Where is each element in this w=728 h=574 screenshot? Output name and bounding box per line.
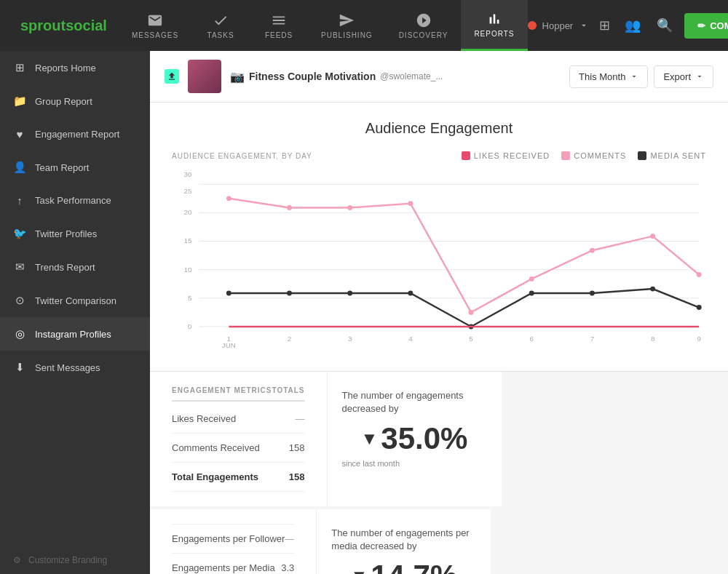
sidebar-item-instagram[interactable]: ◎ Instagram Profiles [0,317,150,351]
svg-text:9: 9 [697,335,700,343]
upload-icon [165,69,179,84]
arrow-up-icon: ↑ [13,194,26,207]
likes-legend-label: LIKES RECEIVED [474,151,550,160]
likes-legend-dot [462,151,470,160]
sidebar-item-team-report[interactable]: 👤 Team Report [0,151,150,184]
nav-reports-label: REPORTS [474,30,514,38]
likes-label: Likes Received [172,413,236,424]
metrics-col1-header: ENGAGEMENT METRICS [172,386,272,394]
profile-handle-text: @swolemate_... [380,71,443,81]
sidebar-item-group-report[interactable]: 📁 Group Report [0,84,150,118]
chart-legend: LIKES RECEIVED COMMENTS MEDIA SENT [462,151,706,160]
stat2-arrow: ▼ [350,566,368,574]
folder-icon: 📁 [13,95,26,108]
stat2-desc: The number of engagements per media decr… [331,527,476,553]
content-area: 📷 Fitness Couple Motivation @swolemate_.… [150,51,728,574]
heart-icon: ♥ [13,128,26,140]
comments-label: Comments Received [172,442,260,453]
svg-text:5: 5 [469,335,473,343]
svg-text:2: 2 [288,335,291,343]
svg-point-32 [226,291,232,296]
media-legend-dot [638,151,646,160]
grid-icon: ⊞ [13,61,26,74]
svg-text:30: 30 [184,170,192,178]
sidebar-item-twitter-comparison[interactable]: ⊙ Twitter Comparison [0,284,150,317]
stat1-arrow: ▼ [361,428,379,449]
nav-feeds-label: FEEDS [265,31,293,39]
svg-text:0: 0 [188,322,192,330]
nav-discovery[interactable]: DISCOVERY [386,0,462,51]
sidebar-item-engagement[interactable]: ♥ Engagement Report [0,118,150,151]
chart-title: Audience Engagement [172,120,706,137]
metrics-table-2: Engagements per Follower — Engagements p… [172,524,294,574]
stat2-value: ▼ 14.7% [331,559,476,574]
compose-label: COMPOSE [710,20,728,31]
metrics-row-total: Total Engagements 158 [172,463,305,492]
chart-by-day-label: AUDIENCE ENGAGEMENT, BY DAY [172,152,312,160]
nav-discovery-label: DISCOVERY [399,31,448,39]
svg-point-30 [650,234,655,239]
metrics-row-engfollow: Engagements per Follower — [172,524,294,554]
metrics-row-engmedia: Engagements per Media 3.3 [172,554,294,574]
nav-messages[interactable]: MESSAGES [119,0,191,51]
svg-point-40 [697,305,702,310]
sidebar-item-reports-home[interactable]: ⊞ Reports Home [0,51,150,84]
nav-publishing[interactable]: PUBLISHING [308,0,386,51]
engfollow-label: Engagements per Follower [172,533,285,544]
instagram-icon: ◎ [13,327,26,340]
svg-text:5: 5 [188,294,192,302]
svg-point-26 [408,201,413,206]
inbox-icon: ⬇ [13,361,26,374]
top-right: Hopper ⊞ 👥 🔍 ✏ COMPOSE [528,12,728,39]
sidebar-twitter-comparison-label: Twitter Comparison [35,295,116,306]
sidebar-item-twitter-profiles[interactable]: 🐦 Twitter Profiles [0,217,150,250]
nav-reports[interactable]: REPORTS [461,0,527,51]
metrics-col2-header: TOTALS [272,386,304,394]
engfollow-value: — [285,533,294,544]
svg-text:15: 15 [184,236,192,244]
grid-icon-btn[interactable]: ⊞ [595,13,614,38]
main-layout: ⊞ Reports Home 📁 Group Report ♥ Engageme… [0,51,728,574]
export-label: Export [663,71,691,82]
user-name: Hopper [542,20,574,31]
svg-point-35 [408,291,413,296]
svg-point-34 [347,291,352,296]
metrics-section-1: ENGAGEMENT METRICS TOTALS Likes Received… [150,372,327,506]
customize-branding-label: Customize Branding [28,555,107,565]
svg-text:7: 7 [590,335,594,343]
main-nav: MESSAGES TASKS FEEDS PUBLISHING DISCOVER… [119,0,528,51]
metrics-row-1: ENGAGEMENT METRICS TOTALS Likes Received… [150,372,728,506]
compose-button[interactable]: ✏ COMPOSE [684,13,728,39]
stat1-desc: The number of engagements decreased by [342,389,487,415]
media-legend-label: MEDIA SENT [650,151,706,160]
period-chevron-icon [630,72,638,81]
stats-panel-1: The number of engagements decreased by ▼… [327,372,502,506]
metrics-table-1: ENGAGEMENT METRICS TOTALS Likes Received… [172,386,305,492]
period-selector[interactable]: This Month [569,65,648,88]
search-button[interactable]: 🔍 [651,12,678,39]
profile-image [188,60,221,93]
sidebar-footer[interactable]: ⚙ Customize Branding [0,546,150,574]
sidebar-item-task-performance[interactable]: ↑ Task Performance [0,184,150,217]
nav-tasks[interactable]: TASKS [191,0,250,51]
svg-point-28 [529,276,534,282]
profile-thumbnail [188,60,221,93]
gear-icon: ⚙ [13,555,21,565]
chart-section: Audience Engagement AUDIENCE ENGAGEMENT,… [150,103,728,372]
svg-point-25 [347,205,352,210]
legend-comments: COMMENTS [561,151,626,160]
sidebar-instagram-label: Instagram Profiles [35,329,111,340]
svg-point-31 [697,272,702,277]
nav-feeds[interactable]: FEEDS [250,0,308,51]
profile-info: 📷 Fitness Couple Motivation @swolemate_.… [230,70,561,84]
sidebar-item-sent-messages[interactable]: ⬇ Sent Messages [0,351,150,384]
stat1-value: ▼ 35.0% [342,421,487,456]
users-icon-btn[interactable]: 👥 [620,13,645,38]
legend-media: MEDIA SENT [638,151,706,160]
svg-text:25: 25 [184,187,192,195]
export-button[interactable]: Export [654,65,713,88]
sidebar-item-trends-report[interactable]: ✉ Trends Report [0,250,150,284]
sidebar-team-label: Team Report [35,162,89,173]
nav-tasks-label: TASKS [207,31,234,39]
comments-value: 158 [289,442,305,453]
